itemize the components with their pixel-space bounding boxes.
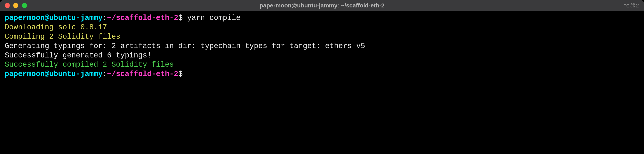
command-text [183,14,187,22]
keyboard-shortcut-indicator: ⌥⌘2 [623,2,639,9]
terminal-body[interactable]: papermoon@ubuntu-jammy:~/scaffold-eth-2$… [0,11,644,154]
close-button[interactable] [5,3,10,8]
output-generated: Successfully generated 6 typings! [5,51,639,60]
prompt-path: ~/scaffold-eth-2 [107,70,178,78]
prompt-dollar: $ [178,14,183,22]
maximize-button[interactable] [22,3,27,8]
minimize-button[interactable] [13,3,18,8]
traffic-lights [5,3,27,8]
output-generating: Generating typings for: 2 artifacts in d… [5,41,639,51]
prompt-dollar: $ [178,70,183,78]
prompt-path: ~/scaffold-eth-2 [107,14,178,22]
prompt-user-host: papermoon@ubuntu-jammy [5,14,103,22]
window-title: papermoon@ubuntu-jammy: ~/scaffold-eth-2 [260,2,384,9]
title-bar: papermoon@ubuntu-jammy: ~/scaffold-eth-2… [0,0,644,11]
output-compiled: Successfully compiled 2 Solidity files [5,60,639,69]
command-text: yarn compile [187,14,240,22]
prompt-line-2: papermoon@ubuntu-jammy:~/scaffold-eth-2$ [5,69,639,79]
prompt-user-host: papermoon@ubuntu-jammy [5,70,103,78]
output-downloading: Downloading solc 0.8.17 [5,23,639,32]
prompt-colon: : [103,70,107,78]
terminal-window: papermoon@ubuntu-jammy: ~/scaffold-eth-2… [0,0,644,154]
output-compiling: Compiling 2 Solidity files [5,32,639,41]
prompt-colon: : [103,14,107,22]
prompt-line-1: papermoon@ubuntu-jammy:~/scaffold-eth-2$… [5,13,639,23]
